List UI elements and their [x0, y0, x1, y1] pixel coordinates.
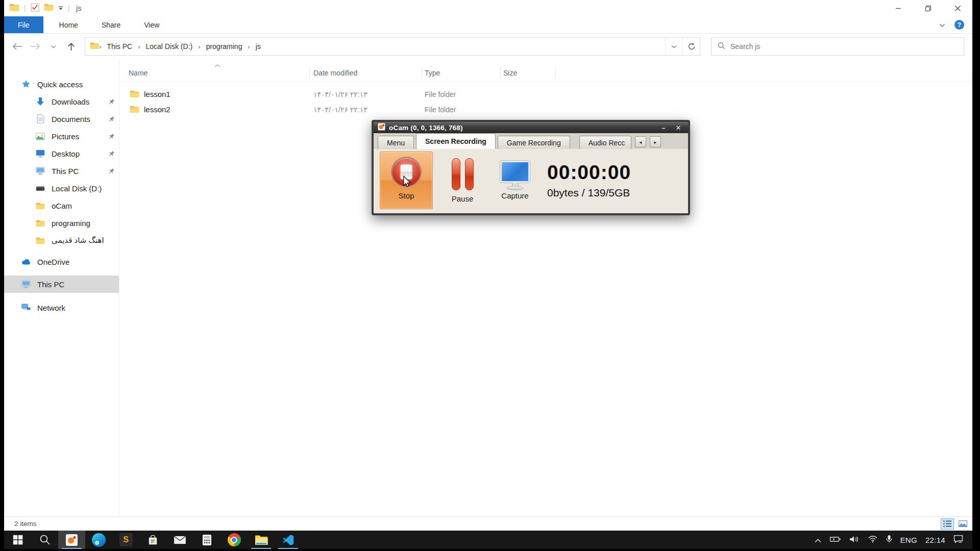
- address-dropdown-icon[interactable]: [665, 38, 682, 55]
- help-icon[interactable]: ?: [954, 20, 964, 30]
- capture-label: Capture: [501, 191, 528, 200]
- action-center-icon[interactable]: [953, 535, 963, 545]
- column-header-size[interactable]: Size: [503, 69, 517, 77]
- tab-scroll-left-icon[interactable]: ◂: [635, 136, 646, 147]
- back-button[interactable]: [10, 39, 24, 54]
- pin-icon: [109, 149, 115, 158]
- breadcrumb-js[interactable]: js: [251, 42, 265, 51]
- sidebar-item-desktop[interactable]: Desktop: [4, 145, 119, 162]
- thumbnails-view-button[interactable]: [956, 518, 969, 530]
- column-header-type[interactable]: Type: [425, 69, 440, 77]
- file-row-lesson2[interactable]: lesson2 ۱۴۰۴/۰۱/۲۶ ۲۲:۱۳ File folder: [119, 102, 972, 117]
- details-view-button[interactable]: [941, 518, 954, 530]
- ocam-tab-menu[interactable]: Menu: [378, 136, 414, 149]
- sidebar-label: Pictures: [52, 132, 79, 141]
- sidebar-item-this-pc-root[interactable]: This PC: [4, 276, 119, 293]
- language-indicator[interactable]: ENG: [900, 536, 917, 544]
- refresh-icon[interactable]: [682, 38, 700, 55]
- properties-checkbox-icon[interactable]: [31, 3, 39, 14]
- titlebar: | | js: [4, 0, 972, 16]
- forward-button[interactable]: [28, 39, 42, 54]
- breadcrumb-separator: ›: [198, 43, 200, 51]
- column-divider[interactable]: [422, 67, 422, 79]
- monitor-icon: [21, 280, 31, 288]
- minimize-button[interactable]: [884, 0, 913, 16]
- taskbar-app-chrome[interactable]: [220, 531, 248, 549]
- taskbar-app-edge[interactable]: [85, 531, 112, 549]
- column-divider[interactable]: [309, 67, 310, 79]
- ribbon-tab-home[interactable]: Home: [47, 16, 90, 33]
- ribbon-tab-view[interactable]: View: [132, 16, 171, 33]
- stop-button[interactable]: Stop: [380, 152, 433, 209]
- ocam-minimize-button[interactable]: –: [658, 124, 669, 132]
- sidebar-item-this-pc[interactable]: This PC: [4, 162, 119, 180]
- clock[interactable]: 22:14: [925, 536, 945, 544]
- download-icon: [35, 97, 45, 106]
- sidebar-item-downloads[interactable]: Downloads: [4, 93, 119, 110]
- breadcrumb-programing[interactable]: programing: [202, 42, 247, 51]
- folder-icon: [130, 105, 139, 115]
- sidebar-item-documents[interactable]: Documents: [4, 110, 119, 128]
- microphone-icon[interactable]: [886, 535, 892, 545]
- taskbar-app-store[interactable]: [139, 531, 166, 549]
- column-header-name[interactable]: Name: [129, 69, 148, 77]
- taskbar-app-calculator[interactable]: [193, 531, 220, 549]
- battery-icon[interactable]: [829, 536, 841, 544]
- file-name: lesson2: [144, 105, 170, 114]
- taskbar-app-ocam[interactable]: [58, 531, 85, 549]
- ribbon-tabs: File Home Share View ?: [4, 16, 972, 34]
- sidebar-item-pictures[interactable]: Pictures: [4, 128, 119, 145]
- address-bar[interactable]: › This PC › Local Disk (D:) › programing…: [85, 37, 700, 56]
- recent-locations-icon[interactable]: [46, 39, 60, 54]
- column-divider[interactable]: [500, 67, 501, 79]
- breadcrumb-this-pc[interactable]: This PC: [102, 42, 137, 51]
- new-folder-icon[interactable]: [44, 3, 54, 13]
- ribbon-tab-share[interactable]: Share: [90, 16, 132, 33]
- show-hidden-icons-chevron[interactable]: [815, 536, 821, 544]
- search-input[interactable]: [730, 42, 958, 51]
- taskbar-app-sublime[interactable]: S: [112, 531, 139, 549]
- ocam-window-title: oCam (0, 0, 1366, 768): [389, 124, 654, 132]
- ocam-tab-screen-recording[interactable]: Screen Recording: [416, 133, 496, 149]
- customize-toolbar-icon[interactable]: [58, 4, 63, 13]
- ocam-tab-game-recording[interactable]: Game Recording: [498, 136, 570, 149]
- ocam-titlebar[interactable]: oCam (0, 0, 1366, 768) – ✕: [374, 122, 688, 133]
- sidebar-item-network[interactable]: Network: [4, 299, 119, 316]
- sidebar-item-quick-access[interactable]: Quick access: [4, 76, 119, 93]
- stop-label: Stop: [399, 191, 414, 200]
- sidebar-item-onedrive[interactable]: OneDrive: [4, 253, 119, 270]
- taskbar-app-explorer[interactable]: [248, 531, 275, 549]
- tab-scroll-right-icon[interactable]: ▸: [650, 136, 661, 147]
- ocam-window: oCam (0, 0, 1366, 768) – ✕ Menu Screen R…: [372, 120, 690, 215]
- sidebar-item-persian-folder[interactable]: اهنگ شاد قدیمی: [4, 232, 119, 249]
- volume-icon[interactable]: [849, 536, 860, 544]
- taskbar-app-vscode[interactable]: [275, 531, 302, 549]
- column-header-date-modified[interactable]: Date modified: [313, 69, 357, 77]
- up-button[interactable]: [64, 39, 78, 54]
- column-headers: Name Date modified Type Size: [119, 65, 972, 82]
- pause-button[interactable]: Pause: [444, 158, 481, 203]
- desktop-icon: [35, 149, 45, 158]
- sidebar-item-local-disk-d[interactable]: Local Disk (D:): [4, 180, 119, 197]
- sidebar-label: Local Disk (D:): [52, 184, 102, 193]
- breadcrumb-local-disk-d[interactable]: Local Disk (D:): [141, 42, 197, 51]
- start-button[interactable]: [4, 531, 31, 549]
- sidebar-item-programing[interactable]: programing: [4, 214, 119, 232]
- close-button[interactable]: [943, 0, 972, 16]
- file-row-lesson1[interactable]: lesson1 ۱۴۰۴/۰۱/۲۶ ۲۲:۱۳ File folder: [119, 87, 972, 102]
- capture-button[interactable]: Capture: [493, 161, 537, 200]
- ocam-close-button[interactable]: ✕: [673, 124, 684, 132]
- mouse-cursor: [403, 176, 411, 188]
- wifi-icon[interactable]: [868, 535, 878, 544]
- ocam-tab-audio-recording[interactable]: Audio Recc: [579, 136, 631, 149]
- ribbon-tab-file[interactable]: File: [4, 16, 43, 33]
- expand-ribbon-icon[interactable]: [939, 20, 945, 30]
- restore-button[interactable]: [913, 0, 943, 16]
- taskbar-app-mail[interactable]: [166, 531, 193, 549]
- recording-info: 00:00:00 0bytes / 139/5GB: [547, 162, 631, 199]
- column-divider[interactable]: [555, 67, 556, 79]
- pictures-icon: [35, 133, 45, 140]
- sidebar-item-ocam[interactable]: oCam: [4, 197, 119, 214]
- capture-monitor-icon: [500, 161, 530, 190]
- taskbar-search-button[interactable]: [31, 531, 58, 549]
